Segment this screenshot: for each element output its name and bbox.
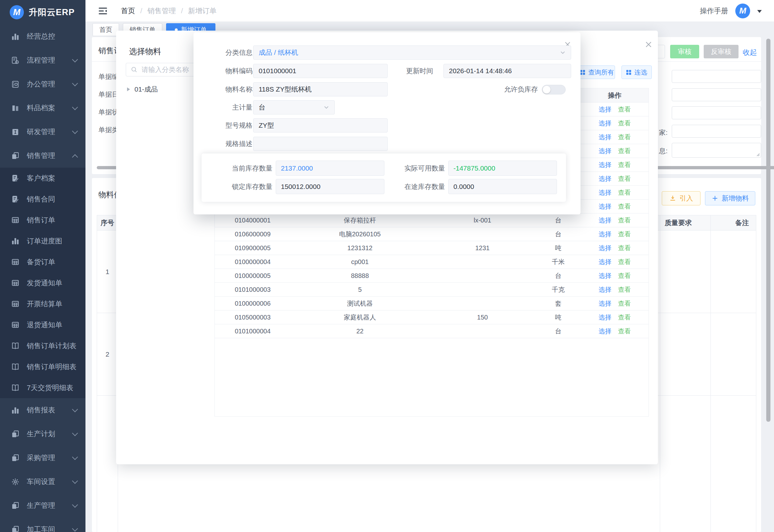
view-link[interactable]: 查看	[618, 216, 631, 225]
query-all-label: 查询所有	[588, 68, 614, 77]
order-input-country[interactable]	[672, 125, 761, 138]
view-link[interactable]: 查看	[618, 161, 631, 169]
sidebar-subitem[interactable]: 销售合同	[0, 189, 85, 210]
query-all-button[interactable]: 查询所有	[579, 65, 615, 79]
select-link[interactable]: 选择	[599, 202, 611, 211]
user-avatar[interactable]: M	[735, 4, 750, 18]
sidebar-item[interactable]: 研发管理	[0, 120, 85, 144]
view-link[interactable]: 查看	[618, 258, 631, 266]
select-link[interactable]: 选择	[599, 230, 611, 239]
vertical-scrollbar[interactable]	[766, 39, 770, 422]
close-icon[interactable]	[644, 40, 653, 49]
sidebar-item[interactable]: 生产管理	[0, 494, 85, 517]
tree-node-finished-goods[interactable]: 01-成品	[127, 85, 158, 94]
order-input-3[interactable]	[672, 106, 761, 119]
order-input-2[interactable]	[672, 88, 761, 101]
select-link[interactable]: 选择	[599, 133, 611, 142]
select-link[interactable]: 选择	[599, 327, 611, 336]
sidebar-subitem[interactable]: 7天交货明细表	[0, 377, 85, 398]
sidebar-subitem[interactable]: 销售订单计划表	[0, 335, 85, 356]
view-link[interactable]: 查看	[618, 133, 631, 142]
select-link[interactable]: 选择	[599, 285, 611, 294]
transit-stock-input[interactable]: 0.0000	[448, 179, 557, 194]
import-button[interactable]: 引入	[662, 191, 700, 205]
visible-rows: 0104000001 保存箱拉杆 lx-001 台 选择 查看 01060000…	[214, 213, 649, 338]
category-select[interactable]: 成品 / 纸杯机	[253, 45, 571, 60]
unaudit-button[interactable]: 反审核	[704, 45, 739, 58]
sidebar-item[interactable]: 加工车间	[0, 517, 85, 532]
breadcrumb-home[interactable]: 首页	[121, 6, 135, 16]
model-input[interactable]: ZY型	[253, 118, 388, 133]
updated-input[interactable]: 2026-01-14 14:48:46	[443, 64, 571, 78]
current-stock-input[interactable]: 2137.0000	[276, 161, 384, 176]
sidebar-item[interactable]: 销售报表	[0, 398, 85, 422]
select-link[interactable]: 选择	[599, 313, 611, 322]
sidebar-item-label: 销售报表	[27, 405, 66, 415]
sidebar-item[interactable]: 经营总控	[0, 25, 85, 48]
select-link[interactable]: 选择	[599, 105, 611, 114]
view-link[interactable]: 查看	[618, 244, 631, 252]
order-textarea-info[interactable]	[672, 143, 761, 158]
view-link[interactable]: 查看	[618, 119, 631, 128]
view-link[interactable]: 查看	[618, 299, 631, 308]
sidebar-subitem[interactable]: 销售订单	[0, 210, 85, 231]
tab-home[interactable]: 首页	[93, 23, 119, 36]
menu-fold-icon[interactable]	[98, 6, 108, 16]
code-cell: 0104000001	[215, 213, 291, 227]
sidebar-item[interactable]: 销售管理	[0, 144, 85, 168]
negative-stock-label: 允许负库存	[486, 82, 538, 96]
sidebar-subitem[interactable]: 备货订单	[0, 251, 85, 272]
action-cell: 选择 查看	[581, 144, 649, 158]
view-link[interactable]: 查看	[618, 313, 631, 322]
spec-input[interactable]	[253, 137, 388, 151]
view-link[interactable]: 查看	[618, 327, 631, 336]
caret-down-icon[interactable]	[757, 10, 762, 15]
view-link[interactable]: 查看	[618, 188, 631, 197]
book-icon	[11, 362, 20, 371]
breadcrumb-new-order[interactable]: 新增订单	[188, 6, 216, 16]
sidebar-item[interactable]: 采购管理	[0, 446, 85, 470]
locked-stock-input[interactable]: 150012.0000	[276, 179, 384, 194]
select-link[interactable]: 选择	[599, 147, 611, 155]
sidebar-item[interactable]: 办公管理	[0, 72, 85, 96]
view-link[interactable]: 查看	[618, 147, 631, 155]
select-link[interactable]: 选择	[599, 244, 611, 252]
sidebar-item[interactable]: 流程管理	[0, 48, 85, 72]
manual-link[interactable]: 操作手册	[700, 6, 728, 16]
sidebar-subitem[interactable]: 开票结算单	[0, 293, 85, 314]
sidebar-subitem[interactable]: 发货通知单	[0, 272, 85, 293]
view-link[interactable]: 查看	[618, 230, 631, 239]
select-link[interactable]: 选择	[599, 161, 611, 169]
select-link[interactable]: 选择	[599, 174, 611, 183]
view-link[interactable]: 查看	[618, 105, 631, 114]
name-input[interactable]: 118S ZY型纸杯机	[253, 82, 388, 96]
code-input[interactable]: 0101000001	[253, 64, 388, 78]
select-link[interactable]: 选择	[599, 216, 611, 225]
sidebar-item[interactable]: 料品档案	[0, 96, 85, 120]
order-input-1[interactable]	[672, 70, 761, 83]
select-link[interactable]: 选择	[599, 188, 611, 197]
view-link[interactable]: 查看	[618, 202, 631, 211]
resize-grip-icon[interactable]	[755, 152, 760, 156]
available-stock-input[interactable]: -147875.0000	[448, 161, 557, 176]
multi-select-button[interactable]: 连选	[621, 65, 652, 79]
audit-button[interactable]: 审核	[670, 45, 699, 58]
select-link[interactable]: 选择	[599, 119, 611, 128]
select-link[interactable]: 选择	[599, 258, 611, 266]
view-link[interactable]: 查看	[618, 285, 631, 294]
sidebar-subitem[interactable]: 退货通知单	[0, 314, 85, 335]
unit-select[interactable]: 台	[253, 100, 335, 114]
select-link[interactable]: 选择	[599, 271, 611, 280]
view-link[interactable]: 查看	[618, 174, 631, 183]
sidebar-subitem[interactable]: 客户档案	[0, 168, 85, 189]
sidebar-subitem[interactable]: 订单进度图	[0, 231, 85, 251]
sidebar-subitem[interactable]: 销售订单明细表	[0, 356, 85, 377]
select-link[interactable]: 选择	[599, 299, 611, 308]
collapse-link[interactable]: 收起	[743, 48, 757, 57]
sidebar-item[interactable]: 生产计划	[0, 422, 85, 446]
sidebar-item[interactable]: 车间设置	[0, 470, 85, 494]
add-material-button[interactable]: 新增物料	[705, 191, 755, 205]
negative-stock-toggle[interactable]	[542, 85, 566, 94]
breadcrumb-sales[interactable]: 销售管理	[147, 6, 176, 16]
view-link[interactable]: 查看	[618, 271, 631, 280]
